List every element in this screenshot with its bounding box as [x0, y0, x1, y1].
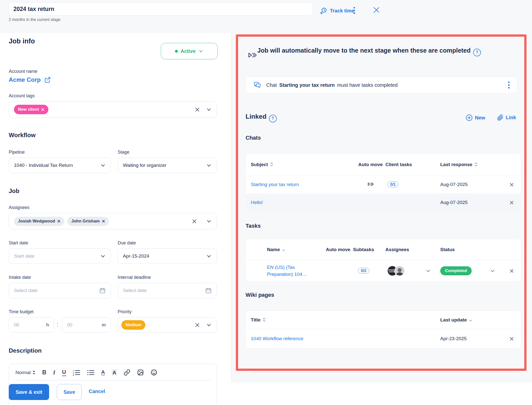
remove-assignee-icon[interactable]: [102, 220, 105, 223]
auto-move-icon: [358, 182, 383, 188]
priority-select[interactable]: Medium: [118, 317, 217, 333]
requirement-menu-button[interactable]: [508, 82, 510, 89]
save-button[interactable]: Save: [57, 384, 82, 400]
time-budget-label: Time budget: [9, 309, 33, 314]
chat-subject-link[interactable]: Hello!: [246, 200, 358, 205]
link-label: Link: [506, 115, 516, 120]
svg-text:2: 2: [73, 372, 74, 374]
highlight-color-icon[interactable]: A: [112, 369, 117, 376]
text-color-icon[interactable]: A: [101, 369, 105, 376]
chevron-down-icon: [100, 253, 106, 259]
editor-toolbar: Normal B I U 1 2 3: [9, 364, 217, 380]
job-menu-button[interactable]: [354, 7, 355, 14]
ordered-list-icon[interactable]: 1 2 3: [73, 369, 80, 376]
time-budget-hours-input[interactable]: 00 h: [9, 317, 54, 333]
time-budget-minutes-input[interactable]: 00 m: [62, 317, 111, 333]
remove-assignee-icon[interactable]: [57, 220, 60, 223]
clear-icon[interactable]: [192, 219, 197, 224]
link-existing-button[interactable]: Link: [497, 114, 516, 121]
sort-icon[interactable]: [270, 162, 273, 167]
chevron-down-icon[interactable]: [490, 268, 495, 274]
chevron-down-icon[interactable]: [206, 322, 212, 328]
account-tags-label: Account tags: [9, 93, 35, 99]
sort-icon[interactable]: [263, 317, 266, 322]
requirement-prefix: Chat: [266, 82, 277, 88]
remove-tag-icon[interactable]: [41, 108, 44, 111]
bold-icon[interactable]: B: [42, 369, 46, 376]
help-icon[interactable]: ?: [269, 115, 277, 122]
sort-icon[interactable]: [282, 249, 285, 252]
intake-date-label: Intake date: [9, 275, 31, 280]
chevron-down-icon[interactable]: [426, 268, 431, 274]
job-info-heading: Job info: [9, 37, 35, 45]
column-last-update[interactable]: Last update: [435, 317, 505, 323]
pipeline-select[interactable]: 1040 - Individual Tax Return: [9, 158, 111, 173]
sort-icon[interactable]: [474, 162, 478, 167]
chat-subject-link[interactable]: Starting your tax return: [246, 182, 358, 187]
internal-deadline-label: Internal deadline: [118, 275, 151, 280]
unlink-icon[interactable]: [510, 183, 521, 187]
column-title[interactable]: Title: [246, 317, 435, 323]
wiki-title-link[interactable]: 1040 Workflow reference: [246, 336, 435, 341]
chevron-down-icon[interactable]: [206, 107, 212, 112]
client-tasks-count[interactable]: 0/1: [387, 182, 398, 187]
external-link-icon[interactable]: [44, 77, 51, 83]
assignee-chip[interactable]: Josiah Wedgwood: [14, 217, 64, 226]
column-subject[interactable]: Subject: [246, 162, 358, 167]
unlink-icon[interactable]: [510, 269, 521, 273]
stage-select[interactable]: Waiting for organizer: [118, 158, 217, 173]
new-linked-button[interactable]: New: [466, 114, 485, 121]
clear-icon[interactable]: [195, 323, 200, 327]
clear-icon[interactable]: [195, 107, 200, 112]
priority-chip[interactable]: Medium: [121, 320, 145, 330]
cancel-button[interactable]: Cancel: [89, 389, 105, 394]
help-icon[interactable]: ?: [473, 49, 481, 56]
intake-date-input[interactable]: Select date: [9, 283, 111, 298]
close-icon[interactable]: [373, 6, 380, 14]
start-date-select[interactable]: Start date: [9, 248, 111, 264]
toolbar-divider: [15, 380, 211, 381]
subtasks-count[interactable]: 0/2: [358, 268, 369, 274]
save-exit-button[interactable]: Save & exit: [9, 384, 49, 400]
chevron-down-icon[interactable]: [206, 218, 212, 224]
due-date-label: Due date: [118, 240, 136, 246]
job-status-dropdown[interactable]: Active: [161, 43, 218, 59]
column-name[interactable]: Name: [246, 247, 326, 252]
emoji-icon[interactable]: [151, 369, 157, 376]
assignees-select[interactable]: Josiah Wedgwood John Grisham: [9, 213, 217, 229]
paragraph-style-dropdown[interactable]: Normal: [15, 370, 35, 375]
task-name-link[interactable]: EN (US) (Tax Preparation) 104…: [246, 264, 317, 278]
unordered-list-icon[interactable]: [87, 369, 94, 376]
hours-unit: h: [46, 322, 49, 328]
account-name-link[interactable]: Acme Corp: [9, 76, 41, 83]
account-tag-chip[interactable]: New client: [14, 105, 48, 114]
due-date-select[interactable]: Apr-15-2024: [118, 248, 217, 264]
linked-heading: Linked?: [246, 113, 277, 122]
chevron-down-icon: [206, 163, 212, 168]
task-assignees[interactable]: GENERAL LEDGER: [377, 266, 437, 276]
column-auto-move: Auto move: [326, 247, 351, 253]
assignee-chip[interactable]: John Grisham: [67, 217, 109, 226]
unlink-icon[interactable]: [510, 337, 521, 341]
wiki-table-header: Title Last update: [246, 311, 521, 329]
chats-heading: Chats: [246, 135, 261, 141]
priority-label: Priority: [118, 309, 132, 314]
stage-requirement-card[interactable]: Chat Starting your tax return must have …: [246, 77, 517, 93]
insert-image-icon[interactable]: [137, 369, 144, 376]
task-status[interactable]: Completed: [437, 266, 499, 275]
underline-icon[interactable]: U: [62, 369, 66, 376]
svg-text:3: 3: [73, 374, 74, 376]
account-tags-select[interactable]: New client: [9, 101, 217, 118]
sort-icon[interactable]: [469, 319, 472, 322]
calendar-icon: [99, 287, 106, 294]
insert-link-icon[interactable]: [124, 369, 130, 376]
italic-icon[interactable]: I: [53, 369, 55, 376]
chats-table: Subject Auto move Client tasks Last resp…: [246, 154, 521, 212]
track-time-button[interactable]: Track time: [320, 7, 355, 15]
assignees-label: Assignees: [9, 205, 29, 210]
internal-deadline-input[interactable]: Select date: [118, 283, 217, 298]
unlink-icon[interactable]: [510, 201, 521, 205]
job-title-input[interactable]: 2024 tax return: [9, 2, 312, 15]
panel-divider: [231, 33, 232, 382]
column-last-response[interactable]: Last response: [425, 162, 500, 167]
